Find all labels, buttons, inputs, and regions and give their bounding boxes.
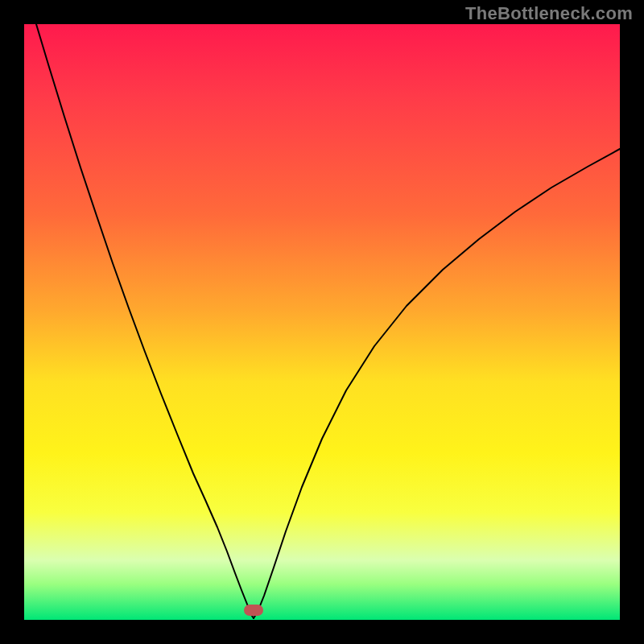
curve-left-branch — [36, 24, 254, 618]
chart-frame: TheBottleneck.com — [0, 0, 644, 644]
minimum-marker — [244, 605, 263, 616]
curve-right-branch — [254, 149, 620, 618]
plot-area — [24, 24, 620, 620]
watermark-text: TheBottleneck.com — [465, 3, 633, 24]
curve-svg — [24, 24, 620, 620]
